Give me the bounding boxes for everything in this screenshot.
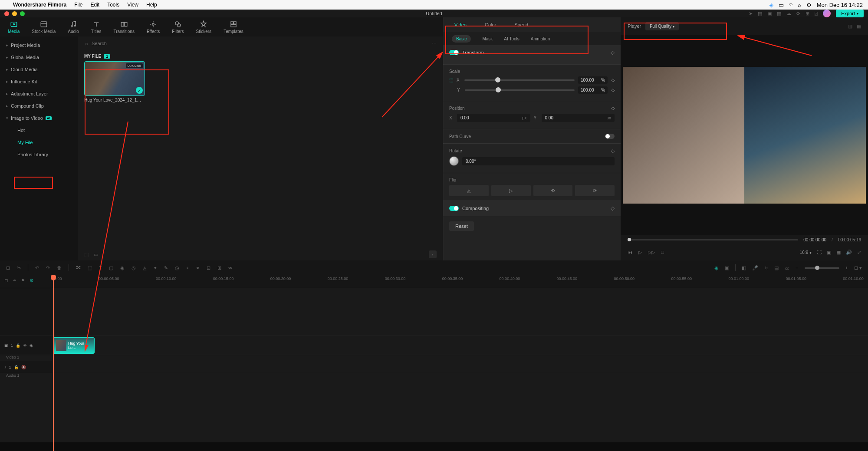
window-zoom[interactable] <box>20 11 25 16</box>
tl-preview-icon[interactable]: ▣ <box>725 265 729 271</box>
rotate-knob[interactable] <box>449 156 459 166</box>
tl-fit-icon[interactable]: ⊟ ▾ <box>854 265 862 271</box>
tl-zoomin-icon[interactable]: + <box>845 265 848 270</box>
folder-icon[interactable]: ▭ <box>94 252 98 257</box>
position-x-input[interactable]: 0.00px <box>457 114 530 122</box>
scale-x-keyframe-icon[interactable]: ◇ <box>611 77 615 83</box>
tl-redo-icon[interactable]: ↷ <box>46 265 50 271</box>
sidebar-item-image-to-video[interactable]: ▾Image to VideoAI <box>0 112 78 124</box>
menu-edit[interactable]: Edit <box>90 2 99 8</box>
sidebar-item-influence-kit[interactable]: ▸Influence Kit <box>0 76 78 88</box>
quality-select[interactable]: Full Quality ▾ <box>645 22 679 30</box>
save-icon[interactable]: ▤ <box>758 11 762 16</box>
timeline-clip[interactable]: Hug Your Lo… <box>53 337 95 354</box>
sidebar-item-adjustment-layer[interactable]: ▸Adjustment Layer <box>0 88 78 100</box>
transform-toggle[interactable] <box>449 50 459 55</box>
tl-sparkle-icon[interactable]: ✦ <box>153 265 157 271</box>
tl-group-icon[interactable]: ⊞ <box>6 265 10 271</box>
sidebar-item-photos-library[interactable]: Photos Library <box>0 148 78 161</box>
snapshot-icon[interactable]: ▦ <box>857 23 861 29</box>
tab-media[interactable]: Media <box>8 20 20 34</box>
inspector-tab-color[interactable]: Color <box>482 20 499 29</box>
path-curve-toggle[interactable] <box>605 134 615 139</box>
fullscreen-icon[interactable]: ⛶ <box>817 250 822 255</box>
audio-track-1[interactable]: ♪1🔒🔇 <box>0 361 868 373</box>
prev-frame-icon[interactable]: ⏮ <box>628 250 632 255</box>
tab-titles[interactable]: Titles <box>91 20 102 34</box>
preview-canvas[interactable] <box>621 35 868 235</box>
user-avatar[interactable] <box>823 10 831 17</box>
compare-icon[interactable]: ▥ <box>848 23 852 29</box>
tl-render-icon[interactable]: ▤ <box>774 265 779 271</box>
transform-keyframe-icon[interactable]: ◇ <box>611 49 615 56</box>
video-track-1[interactable]: ▣1🔒👁◉ Hug Your Lo… <box>0 336 868 355</box>
tl-scissors-icon[interactable]: ✂ <box>17 265 21 271</box>
window-minimize[interactable] <box>12 11 17 16</box>
tl-link2-icon[interactable]: ⚭ <box>13 278 16 283</box>
tl-b-icon[interactable]: ⊞ <box>217 265 221 271</box>
scale-x-slider[interactable] <box>464 79 575 81</box>
search-input[interactable] <box>92 41 436 46</box>
sidebar-item-hot[interactable]: Hot <box>0 124 78 136</box>
export-button[interactable]: Export▾ <box>836 10 864 17</box>
rotate-keyframe-icon[interactable]: ◇ <box>611 148 615 154</box>
inspector-subtab-animation[interactable]: Animation <box>531 36 550 41</box>
tab-stickers[interactable]: Stickers <box>196 20 212 34</box>
refresh-icon[interactable]: ⟳ <box>796 11 800 16</box>
menu-help[interactable]: Help <box>146 2 157 8</box>
tab-stock-media[interactable]: Stock Media <box>32 20 56 34</box>
tl-cut-icon[interactable]: ✀ <box>76 265 81 270</box>
tl-rect-icon[interactable]: ▢ <box>109 265 113 271</box>
collapse-sidebar-button[interactable]: ‹ <box>429 250 437 258</box>
compositing-toggle[interactable] <box>449 206 459 211</box>
scale-y-value[interactable]: 100.00% <box>578 86 608 94</box>
tab-transitions[interactable]: Transitions <box>113 20 135 34</box>
rotate-cw-button[interactable]: ⟲ <box>533 185 573 196</box>
sidebar-item-compound-clip[interactable]: ▸Compound Clip <box>0 100 78 112</box>
tl-text-icon[interactable]: T <box>99 265 102 270</box>
tl-a-icon[interactable]: ⊡ <box>207 265 210 271</box>
menu-view[interactable]: View <box>127 2 138 8</box>
inspector-subtab-ai-tools[interactable]: AI Tools <box>504 36 519 41</box>
tl-speed-icon[interactable]: ◷ <box>175 265 179 271</box>
panel2-icon[interactable]: ▦ <box>777 11 781 16</box>
position-keyframe-icon[interactable]: ◇ <box>611 105 615 111</box>
wifi-icon[interactable]: ⌔ <box>789 2 792 8</box>
bell-icon[interactable]: ⍯ <box>815 11 818 16</box>
tl-track2-icon[interactable]: ◎ <box>132 265 136 271</box>
tl-zoomout-icon[interactable]: − <box>796 265 798 270</box>
tl-detach-icon[interactable]: ⚮ <box>228 265 232 271</box>
tl-focus-icon[interactable]: ⌖ <box>186 265 189 271</box>
lock-icon[interactable]: ⬚ <box>449 78 453 82</box>
more-icon[interactable]: ⋯ <box>432 41 437 46</box>
tab-effects[interactable]: Effects <box>147 20 160 34</box>
tl-undo-icon[interactable]: ↶ <box>35 265 39 271</box>
compositing-keyframe-icon[interactable]: ◇ <box>611 205 615 211</box>
scale-y-keyframe-icon[interactable]: ◇ <box>611 87 615 93</box>
expand-icon[interactable]: ⤢ <box>857 250 861 255</box>
sidebar-item-my-file[interactable]: My File <box>0 136 78 148</box>
timeline-ruler[interactable]: ⊓ ⚭ ⚑ ⚙ 00:00 00:00:05:00 00:00:10:00 00… <box>0 275 868 288</box>
next-frame-icon[interactable]: ▷▷ <box>648 250 655 255</box>
tl-settings-icon[interactable]: ⚙ <box>30 278 34 283</box>
preview-scrubber[interactable] <box>628 239 798 240</box>
tl-track1-icon[interactable]: ◉ <box>120 265 125 271</box>
play-icon[interactable]: ▷ <box>638 250 642 255</box>
scale-x-value[interactable]: 100.00% <box>578 76 608 84</box>
position-y-input[interactable]: 0.00px <box>542 114 615 122</box>
aspect-select[interactable]: 16:9 ▾ <box>800 250 812 255</box>
inspector-subtab-basic[interactable]: Basic <box>452 35 471 43</box>
stop-icon[interactable]: □ <box>661 250 664 255</box>
inspector-subtab-mask[interactable]: Mask <box>482 36 493 41</box>
tl-auto-icon[interactable]: ◉ <box>714 265 719 271</box>
grid-icon[interactable]: ⊞ <box>806 11 809 16</box>
tl-zoom-slider[interactable] <box>805 267 839 269</box>
clock[interactable]: Mon Dec 16 14:22 <box>817 2 863 8</box>
tl-marker-icon[interactable]: ◧ <box>742 265 746 271</box>
media-thumbnail[interactable]: 00:00:05 ✓ Hug Your Love_2024_12_1… <box>84 61 145 102</box>
tl-mixer-icon[interactable]: ≋ <box>764 265 768 271</box>
safe-zone-icon[interactable]: ▣ <box>827 250 831 255</box>
menu-file[interactable]: File <box>74 2 82 8</box>
sidebar-item-cloud-media[interactable]: ▸Cloud Media <box>0 63 78 76</box>
tab-filters[interactable]: Filters <box>172 20 184 34</box>
